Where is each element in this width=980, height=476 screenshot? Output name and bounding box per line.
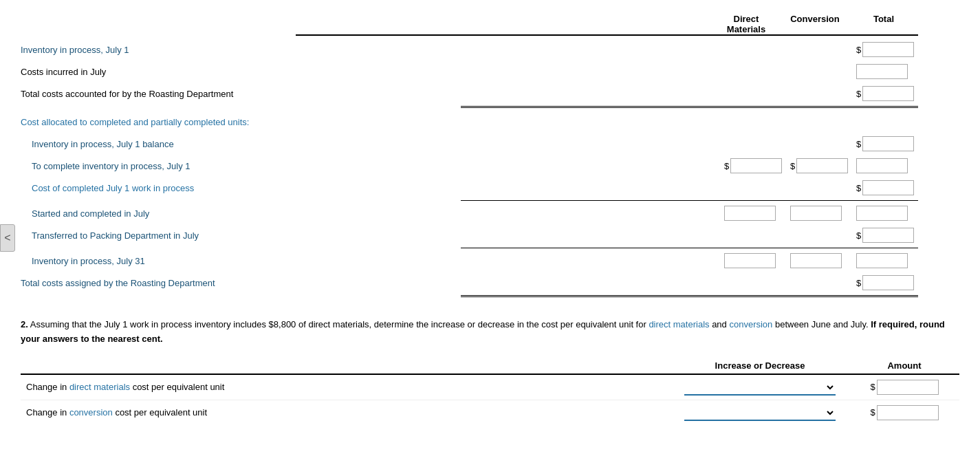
row-cost-completed-jul1: Cost of completed July 1 work in process <box>21 178 959 197</box>
table-header: Direct Materials Conversion Total <box>296 14 959 34</box>
total-costs-incurred-field[interactable] <box>856 64 908 79</box>
row-inv-process-jul1-balance: Inventory in process, July 1 balance <box>21 134 959 153</box>
header-total: Total <box>849 14 918 34</box>
nav-arrow[interactable]: < <box>0 224 15 252</box>
total-costs-assigned-field[interactable] <box>862 275 914 290</box>
label-transferred-packing: Transferred to Packing Department in Jul… <box>21 230 296 241</box>
input-total-to-complete[interactable] <box>856 158 918 173</box>
label-cost-allocated-header: Cost allocated to completed and partiall… <box>21 117 296 127</box>
label-total-costs-accounted: Total costs accounted for by the Roastin… <box>21 89 296 99</box>
dollar-sign-dm: $ <box>870 382 875 392</box>
row-to-complete-inv: To complete inventory in process, July 1 <box>21 156 959 175</box>
section2-table: Increase or Decrease Amount Change in di… <box>21 358 959 425</box>
row-costs-incurred: Costs incurred in July <box>21 62 959 81</box>
row-transferred-packing: Transferred to Packing Department in Jul… <box>21 226 959 245</box>
input-dm-inv-jul31[interactable] <box>724 253 786 268</box>
total-started-completed-field[interactable] <box>856 206 908 221</box>
header-conversion: Conversion <box>781 14 849 34</box>
input-total-transferred[interactable] <box>856 228 918 243</box>
label-inv-process-jul1: Inventory in process, July 1 <box>21 45 296 55</box>
label-change-dm: Change in direct materials cost per equi… <box>21 374 671 400</box>
input-total-started-completed[interactable] <box>856 206 918 221</box>
total-cost-completed-jul1-field[interactable] <box>862 180 914 195</box>
input-total-costs-assigned[interactable] <box>856 275 918 290</box>
dm-inv-jul31-field[interactable] <box>724 253 776 268</box>
input-conv-inv-jul31[interactable] <box>790 253 852 268</box>
total-inv-jul1-field[interactable] <box>862 42 914 57</box>
conv-started-completed-field[interactable] <box>790 206 842 221</box>
header-direct-materials: Direct Materials <box>712 14 781 34</box>
amount-cell-conv[interactable]: $ <box>849 400 959 425</box>
section2: 2. Assuming that the July 1 work in proc… <box>21 318 959 425</box>
section2-number: 2. <box>21 319 28 329</box>
select-dm[interactable]: Increase Decrease <box>684 379 836 396</box>
label-total-costs-assigned: Total costs assigned by the Roasting Dep… <box>21 278 296 288</box>
total-transferred-field[interactable] <box>862 228 914 243</box>
label-to-complete-inv: To complete inventory in process, July 1 <box>21 161 296 171</box>
input-total-costs-accounted[interactable] <box>856 86 918 101</box>
row-started-completed: Started and completed in July <box>21 204 959 223</box>
select-conv[interactable]: Increase Decrease <box>684 404 836 421</box>
input-total-cost-completed-jul1[interactable] <box>856 180 918 195</box>
th-amount: Amount <box>849 358 959 374</box>
input-total-costs-incurred[interactable] <box>856 64 918 79</box>
inputs-inv-process-jul1 <box>296 42 959 57</box>
input-total-inv-jul1[interactable] <box>856 42 918 57</box>
conv-to-complete-field[interactable] <box>796 158 848 173</box>
total-inv-jul1-balance-field[interactable] <box>862 136 914 151</box>
th-label-empty <box>21 358 671 374</box>
label-change-conv: Change in conversion cost per equivalent… <box>21 400 671 425</box>
conv-inv-jul31-field[interactable] <box>790 253 842 268</box>
total-inv-jul31-field[interactable] <box>856 253 908 268</box>
th-iod: Increase or Decrease <box>671 358 849 374</box>
input-total-inv-jul31[interactable] <box>856 253 918 268</box>
amount-cell-dm[interactable]: $ <box>849 374 959 400</box>
row-total-costs-assigned: Total costs assigned by the Roasting Dep… <box>21 273 959 292</box>
dollar-sign-conv: $ <box>870 407 875 418</box>
input-dm-started-completed[interactable] <box>724 206 786 221</box>
label-cost-completed-jul1: Cost of completed July 1 work in process <box>21 183 296 193</box>
select-cell-conv[interactable]: Increase Decrease <box>671 400 849 425</box>
label-inv-jul31: Inventory in process, July 31 <box>21 256 296 266</box>
total-costs-accounted-field[interactable] <box>862 86 914 101</box>
row-change-conv: Change in conversion cost per equivalent… <box>21 400 959 425</box>
row-total-costs-accounted: Total costs accounted for by the Roastin… <box>21 84 959 103</box>
amount-conv-field[interactable] <box>877 405 939 420</box>
input-dm-to-complete[interactable] <box>724 158 786 173</box>
row-inv-process-jul31: Inventory in process, July 31 <box>21 251 959 270</box>
total-to-complete-field[interactable] <box>856 158 908 173</box>
input-conv-started-completed[interactable] <box>790 206 852 221</box>
dm-to-complete-field[interactable] <box>730 158 782 173</box>
label-costs-incurred: Costs incurred in July <box>21 67 296 77</box>
label-inv-jul1-balance: Inventory in process, July 1 balance <box>21 139 296 149</box>
section2-text: 2. Assuming that the July 1 work in proc… <box>21 318 959 347</box>
section2-body: Assuming that the July 1 work in process… <box>30 319 869 329</box>
select-cell-dm[interactable]: Increase Decrease <box>671 374 849 400</box>
dm-started-completed-field[interactable] <box>724 206 776 221</box>
amount-dm-field[interactable] <box>877 380 939 395</box>
row-cost-allocated-header: Cost allocated to completed and partiall… <box>21 112 959 131</box>
input-conv-to-complete[interactable] <box>790 158 852 173</box>
label-started-completed: Started and completed in July <box>21 208 296 219</box>
input-total-inv-jul1-balance[interactable] <box>856 136 918 151</box>
row-change-dm: Change in direct materials cost per equi… <box>21 374 959 400</box>
table2-header-row: Increase or Decrease Amount <box>21 358 959 374</box>
row-inv-process-jul1: Inventory in process, July 1 <box>21 40 959 59</box>
